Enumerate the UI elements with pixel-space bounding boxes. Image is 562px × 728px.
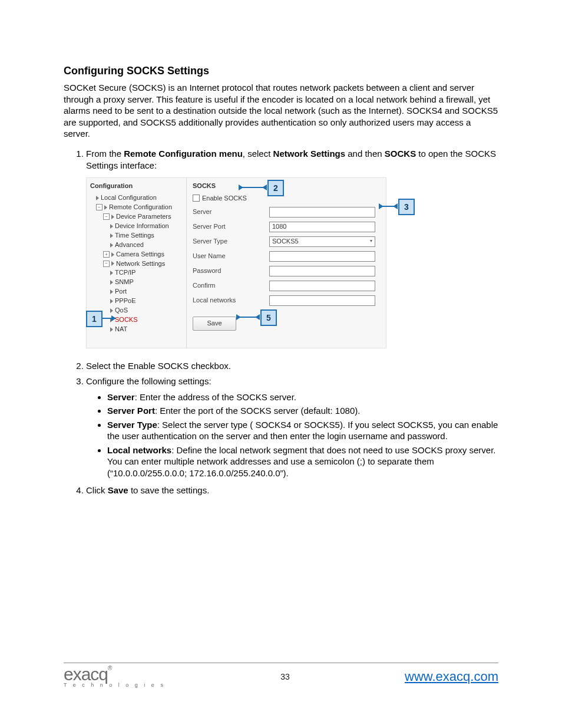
tree-time-settings[interactable]: Time Settings (90, 231, 184, 241)
step4-bold: Save (108, 485, 128, 495)
arrow-icon (111, 261, 114, 266)
steps-list: From the Remote Configuration menu, sele… (80, 148, 498, 497)
tree-snmp[interactable]: SNMP (90, 278, 184, 287)
logo-main-text: exacq (64, 664, 108, 684)
step-4: Click Save to save the settings. (86, 485, 498, 496)
arrow-icon (110, 243, 113, 248)
step1-pre: From the (86, 149, 124, 159)
tree-device-parameters[interactable]: −Device Parameters (90, 212, 184, 222)
step1-bold3: SOCKS (385, 149, 416, 159)
arrow-icon (110, 280, 113, 285)
tree-network-settings[interactable]: −Network Settings (90, 259, 184, 269)
exacq-logo: exacq® T e c h n o l o g i e s (64, 666, 166, 688)
tree-tcpip[interactable]: TCP/IP (90, 268, 184, 278)
password-label: Password (193, 266, 269, 275)
confirm-label: Confirm (193, 281, 269, 290)
tree: Local Configuration −Remote Configuratio… (90, 193, 184, 334)
tree-port[interactable]: Port (90, 287, 184, 297)
bullet-local: Local networks: Define the local network… (107, 444, 498, 479)
bullet-server: Server: Enter the address of the SOCKS s… (107, 391, 498, 403)
intro-paragraph: SOCKet Secure (SOCKS) is an Internet pro… (64, 82, 498, 140)
footer-row: exacq® T e c h n o l o g i e s 33 www.ex… (64, 666, 498, 688)
enable-socks-checkbox[interactable] (193, 195, 200, 202)
callout-3: 3 (398, 199, 415, 215)
arrow-icon (111, 215, 114, 219)
tree-qos[interactable]: QoS (90, 306, 184, 315)
row-server: Server (193, 207, 380, 218)
server-port-value: 1080 (272, 222, 286, 231)
section-title: Configuring SOCKS Settings (64, 65, 498, 77)
bullet-server-t: : Enter the address of the SOCKS server. (135, 392, 296, 402)
bullet-port-b: Server Port (107, 406, 155, 416)
server-label: Server (193, 207, 269, 216)
localnets-label: Local networks (193, 296, 269, 305)
row-localnets: Local networks (193, 295, 380, 306)
server-port-input[interactable]: 1080 (269, 222, 375, 232)
tree-local-configuration[interactable]: Local Configuration (90, 193, 184, 203)
row-username: User Name (193, 251, 380, 262)
arrow-icon (110, 299, 113, 304)
tree-device-information[interactable]: Device Information (90, 222, 184, 231)
callout-5-arrow (237, 317, 259, 318)
callout-1-arrow (101, 318, 115, 319)
server-type-value: SOCKS5 (272, 237, 299, 246)
localnets-input[interactable] (269, 295, 375, 306)
bullet-local-b: Local networks (107, 445, 171, 455)
step-1: From the Remote Configuration menu, sele… (86, 148, 498, 353)
collapse-icon[interactable]: − (103, 213, 110, 220)
callout-1: 1 (86, 311, 103, 327)
logo-sub-text: T e c h n o l o g i e s (64, 682, 166, 688)
arrow-icon (104, 205, 107, 210)
tree-socks[interactable]: SOCKS (90, 315, 184, 325)
arrow-icon (110, 308, 113, 313)
row-password: Password (193, 266, 380, 276)
username-label: User Name (193, 252, 269, 261)
step1-bold2: Network Settings (273, 149, 346, 159)
server-type-label: Server Type (193, 237, 269, 246)
password-input[interactable] (269, 266, 375, 276)
footer-url-link[interactable]: www.exacq.com (405, 669, 498, 684)
server-type-select[interactable]: SOCKS5 ▾ (269, 236, 375, 247)
page-footer: exacq® T e c h n o l o g i e s 33 www.ex… (0, 663, 562, 688)
step1-mid2: and then (345, 149, 385, 159)
callout-5: 5 (260, 309, 277, 326)
save-button[interactable]: Save (193, 317, 236, 331)
bullet-port-t: : Enter the port of the SOCKS server (de… (155, 406, 361, 416)
callout-2: 2 (267, 180, 284, 196)
server-port-label: Server Port (193, 222, 269, 231)
callout-3-arrow (379, 206, 397, 207)
bullet-port: Server Port: Enter the port of the SOCKS… (107, 405, 498, 417)
username-input[interactable] (269, 251, 375, 262)
arrow-icon (110, 289, 113, 294)
tree-pppoe[interactable]: PPPoE (90, 297, 184, 306)
step4-pre: Click (86, 485, 108, 495)
collapse-icon[interactable]: − (96, 204, 103, 210)
expand-icon[interactable]: + (103, 251, 110, 258)
bullet-type-t: : Select the server type ( SOCKS4 or SOC… (107, 420, 498, 442)
arrow-icon (110, 233, 113, 238)
server-input[interactable] (269, 207, 375, 218)
chevron-down-icon: ▾ (370, 238, 372, 245)
step1-mid1: , select (243, 149, 273, 159)
row-enable: Enable SOCKS (193, 194, 380, 203)
step3-text: Configure the following settings: (86, 376, 211, 386)
row-server-type: Server Type SOCKS5 ▾ (193, 236, 380, 247)
bullets-list: Server: Enter the address of the SOCKS s… (107, 391, 498, 479)
tree-camera-settings[interactable]: +Camera Settings (90, 250, 184, 259)
arrow-icon (110, 224, 113, 229)
callout-2-arrow (239, 187, 266, 188)
form-title: SOCKS (193, 182, 380, 190)
collapse-icon[interactable]: − (103, 261, 110, 267)
confirm-input[interactable] (269, 281, 375, 291)
step4-post: to save the settings. (128, 485, 210, 495)
arrow-icon (111, 252, 114, 257)
row-confirm: Confirm (193, 281, 380, 291)
nav-title: Configuration (90, 182, 184, 191)
footer-divider (64, 663, 498, 663)
tree-nat[interactable]: NAT (90, 325, 184, 334)
tree-remote-configuration[interactable]: −Remote Configuration (90, 203, 184, 212)
arrow-icon (110, 327, 113, 332)
socks-form: SOCKS Enable SOCKS Server Server Port 10… (187, 178, 386, 348)
tree-advanced[interactable]: Advanced (90, 241, 184, 250)
arrow-icon (110, 271, 113, 275)
